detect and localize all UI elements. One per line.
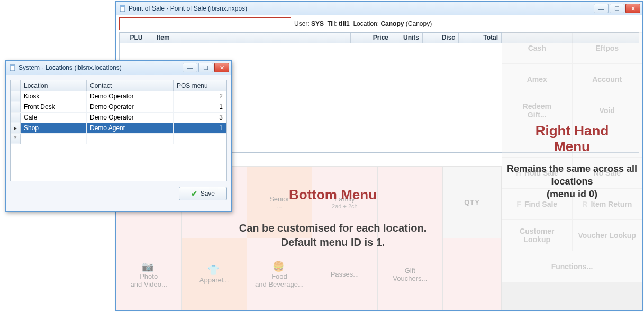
pos-titlebar[interactable]: Point of Sale - Point of Sale (ibisnx.nx… (116, 2, 642, 15)
right-menu-tile[interactable]: Amex (502, 64, 572, 95)
right-menu-annotation: Right HandMenu Remains the same across a… (502, 123, 642, 201)
right-menu-tile[interactable]: Account (573, 64, 642, 95)
locations-grid[interactable]: Location Contact POS menu KioskDemo Oper… (10, 80, 227, 181)
right-menu-tile[interactable]: CustomerLookup (502, 220, 572, 251)
col-price[interactable]: Price (351, 33, 392, 43)
right-menu-tile[interactable]: Functions... (502, 251, 642, 282)
right-menu-tile[interactable]: Voucher Lookup (573, 220, 642, 251)
category-icon: 🍔 (273, 261, 284, 272)
document-icon (9, 64, 16, 71)
right-menu-tile[interactable]: Eftpos (573, 33, 642, 63)
table-row[interactable]: Front DeskDemo Operator1 (11, 102, 226, 112)
locations-window: System - Locations (ibisnx.locations) — … (5, 60, 232, 212)
maximize-button[interactable]: ☐ (198, 63, 213, 72)
locations-title-text: System - Locations (ibisnx.locations) (19, 64, 122, 71)
plu-search-input[interactable] (119, 17, 291, 30)
locations-titlebar[interactable]: System - Locations (ibisnx.locations) — … (6, 61, 231, 75)
right-menu-tile[interactable]: Cash (502, 33, 572, 63)
category-icon: 👕 (207, 264, 219, 276)
right-menu-tile[interactable]: Void (573, 95, 642, 126)
close-button[interactable]: ✕ (214, 63, 229, 72)
right-menu-tile[interactable]: RedeemGift... (502, 95, 572, 126)
col-units[interactable]: Units (392, 33, 423, 43)
maximize-button[interactable]: ☐ (610, 4, 624, 13)
col-contact[interactable]: Contact (87, 80, 174, 91)
document-icon (119, 5, 126, 12)
pos-title-text: Point of Sale - Point of Sale (ibisnx.nx… (129, 5, 247, 12)
close-button[interactable]: ✕ (625, 4, 640, 13)
col-disc[interactable]: Disc (423, 33, 459, 43)
save-button[interactable]: ✔ Save (179, 187, 227, 200)
svg-rect-1 (120, 5, 125, 7)
col-item[interactable]: Item (153, 33, 351, 43)
table-row[interactable]: CafeDemo Operator3 (11, 112, 226, 123)
table-row[interactable]: ▸ShopDemo Agent1 (11, 123, 226, 133)
col-location[interactable]: Location (21, 80, 87, 91)
minimize-button[interactable]: — (594, 4, 609, 13)
session-meta: User: SYS Till: till1 Location: Canopy (… (294, 20, 432, 27)
svg-rect-3 (10, 65, 15, 66)
col-total[interactable]: Total (459, 33, 502, 43)
table-row-new[interactable]: * (11, 133, 226, 144)
category-icon: 📷 (142, 261, 153, 272)
table-row[interactable]: KioskDemo Operator2 (11, 91, 226, 102)
check-icon: ✔ (191, 189, 197, 198)
row-marker-col (11, 80, 21, 91)
bottom-menu-tile[interactable]: 📷Photoand Video... (116, 238, 181, 310)
minimize-button[interactable]: — (183, 63, 197, 72)
col-plu[interactable]: PLU (120, 33, 153, 43)
col-posmenu[interactable]: POS menu (174, 80, 226, 91)
save-label: Save (201, 190, 215, 197)
